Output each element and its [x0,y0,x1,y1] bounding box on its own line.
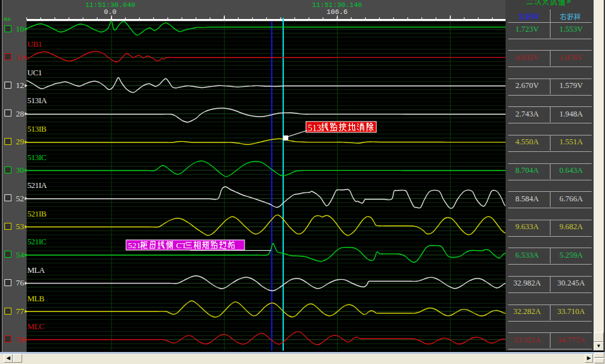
svg-text:513: 513 [308,123,321,133]
svg-text:513IA: 513IA [27,96,48,105]
svg-text:513IC: 513IC [27,153,46,162]
svg-text:521IB: 521IB [27,209,47,218]
svg-text:521: 521 [128,241,141,250]
svg-text:CT: CT [176,241,187,250]
svg-text:MLB: MLB [27,294,45,303]
svg-text:513IB: 513IB [27,124,47,134]
svg-text:UC1: UC1 [27,68,42,77]
svg-text:521IA: 521IA [27,180,48,190]
svg-text:MLA: MLA [27,265,46,275]
svg-text:UB1: UB1 [27,39,42,49]
svg-text:MLC: MLC [27,322,44,331]
svg-text:521IC: 521IC [27,237,46,246]
